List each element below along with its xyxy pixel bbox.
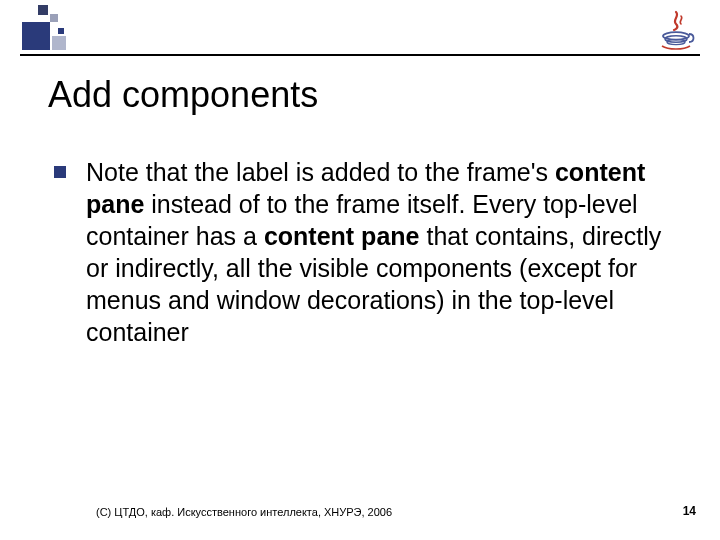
body-paragraph: Note that the label is added to the fram… xyxy=(86,156,690,348)
body-content: Note that the label is added to the fram… xyxy=(54,156,690,348)
bullet-icon xyxy=(54,166,66,178)
decor-square xyxy=(58,28,64,34)
body-text-bold: content pane xyxy=(264,222,420,250)
body-text-part: Note that the label is added to the fram… xyxy=(86,158,555,186)
header-decoration xyxy=(0,0,720,56)
java-logo-icon xyxy=(654,8,700,50)
slide-title: Add components xyxy=(48,74,318,116)
decor-square xyxy=(50,14,58,22)
header-divider xyxy=(20,54,700,56)
footer-copyright: (С) ЦТДО, каф. Искусственного интеллекта… xyxy=(96,506,392,518)
decor-square xyxy=(22,22,50,50)
decor-square xyxy=(38,5,48,15)
decor-square xyxy=(52,36,66,50)
page-number: 14 xyxy=(683,504,696,518)
